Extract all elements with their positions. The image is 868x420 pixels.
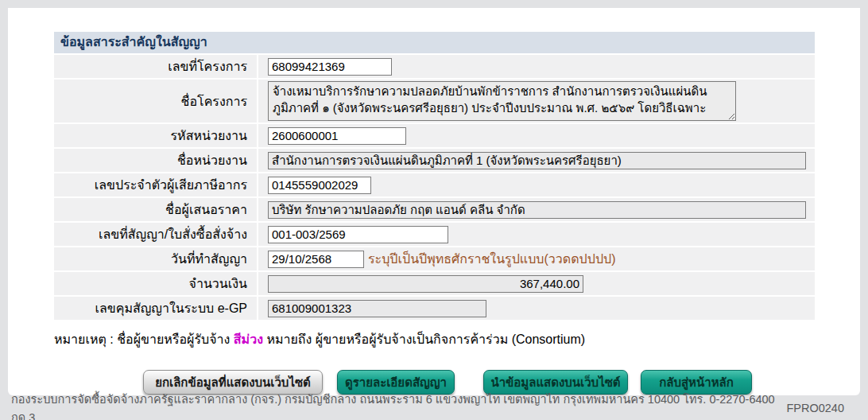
- form-row-agency-name: ชื่อหน่วยงาน: [54, 149, 815, 172]
- form-row-agency-code: รหัสหน่วยงาน: [54, 124, 815, 147]
- field-label: รหัสหน่วยงาน: [54, 124, 258, 147]
- form-row-project-number: เลขที่โครงการ: [54, 55, 815, 78]
- field-label: ชื่อโครงการ: [54, 80, 258, 122]
- footer-address: กองระบบการจัดซื้อจัดจ้างภาครัฐและราคากลา…: [11, 390, 786, 420]
- form-row-egp-number: เลขคุมสัญญาในระบบ e-GP: [54, 297, 815, 320]
- note-prefix: หมายเหตุ : ชื่อผู้ขายหรือผู้รับจ้าง: [54, 332, 234, 346]
- egp-contract-number-input: [268, 300, 486, 317]
- note-highlight: สีม่วง: [234, 332, 263, 346]
- field-label: ชื่อผู้เสนอราคา: [54, 198, 258, 221]
- field-label: วันที่ทำสัญญา: [54, 247, 258, 270]
- taxpayer-id-input[interactable]: [268, 177, 371, 194]
- contract-form: ข้อมูลสาระสำคัญในสัญญา เลขที่โครงการ ชื่…: [54, 32, 815, 395]
- consortium-note: หมายเหตุ : ชื่อผู้ขายหรือผู้รับจ้าง สีม่…: [54, 329, 815, 349]
- contract-date-input[interactable]: [268, 251, 364, 268]
- date-format-hint: ระบุปีเป็นปีพุทธศักราชในรูปแบบ(ววดดปปปป): [368, 249, 616, 269]
- field-label: จำนวนเงิน: [54, 272, 258, 295]
- form-row-bidder-name: ชื่อผู้เสนอราคา: [54, 198, 815, 221]
- project-number-input[interactable]: [268, 58, 392, 76]
- form-row-amount: จำนวนเงิน: [54, 272, 815, 295]
- bidder-name-input: [268, 201, 806, 219]
- form-row-contract-date: วันที่ทำสัญญา ระบุปีเป็นปีพุทธศักราชในรู…: [54, 247, 815, 270]
- form-row-taxpayer-id: เลขประจำตัวผู้เสียภาษีอากร: [54, 173, 815, 196]
- field-label: เลขคุมสัญญาในระบบ e-GP: [54, 297, 258, 320]
- contract-number-input[interactable]: [268, 226, 448, 243]
- form-row-contract-number: เลขที่สัญญา/ใบสั่งซื้อสั่งจ้าง: [54, 223, 815, 246]
- agency-name-input: [268, 152, 806, 169]
- section-header: ข้อมูลสาระสำคัญในสัญญา: [54, 32, 815, 53]
- field-label: เลขที่สัญญา/ใบสั่งซื้อสั่งจ้าง: [54, 223, 258, 246]
- note-suffix: หมายถึง ผู้ขายหรือผู้รับจ้างเป็นกิจการค้…: [263, 332, 585, 346]
- form-row-project-name: ชื่อโครงการ จ้างเหมาบริการรักษาความปลอดภ…: [54, 80, 815, 122]
- footer-bar: กองระบบการจัดซื้อจัดจ้างภาครัฐและราคากลา…: [0, 395, 868, 420]
- amount-input: [268, 275, 583, 293]
- field-label: ชื่อหน่วยงาน: [54, 149, 258, 172]
- project-name-textarea[interactable]: จ้างเหมาบริการรักษาความปลอดภัยบ้านพักข้า…: [268, 81, 736, 121]
- field-label: เลขประจำตัวผู้เสียภาษีอากร: [54, 173, 258, 196]
- footer-screen-code: FPRO0240: [786, 402, 844, 414]
- field-label: เลขที่โครงการ: [54, 55, 258, 78]
- main-panel: ข้อมูลสาระสำคัญในสัญญา เลขที่โครงการ ชื่…: [8, 8, 860, 395]
- agency-code-input[interactable]: [268, 127, 406, 145]
